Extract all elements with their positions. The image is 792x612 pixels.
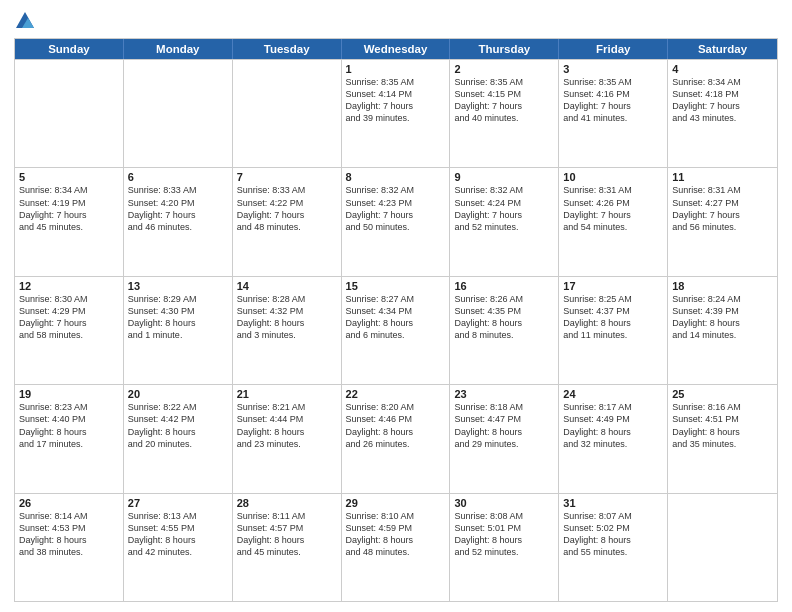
day-cell-4: 4Sunrise: 8:34 AM Sunset: 4:18 PM Daylig… bbox=[668, 60, 777, 167]
day-info: Sunrise: 8:08 AM Sunset: 5:01 PM Dayligh… bbox=[454, 510, 554, 559]
week-row-2: 5Sunrise: 8:34 AM Sunset: 4:19 PM Daylig… bbox=[15, 167, 777, 275]
empty-cell-0-1 bbox=[124, 60, 233, 167]
day-cell-5: 5Sunrise: 8:34 AM Sunset: 4:19 PM Daylig… bbox=[15, 168, 124, 275]
day-number: 14 bbox=[237, 280, 337, 292]
day-cell-3: 3Sunrise: 8:35 AM Sunset: 4:16 PM Daylig… bbox=[559, 60, 668, 167]
calendar: SundayMondayTuesdayWednesdayThursdayFrid… bbox=[14, 38, 778, 602]
day-number: 26 bbox=[19, 497, 119, 509]
day-info: Sunrise: 8:26 AM Sunset: 4:35 PM Dayligh… bbox=[454, 293, 554, 342]
day-number: 22 bbox=[346, 388, 446, 400]
day-cell-6: 6Sunrise: 8:33 AM Sunset: 4:20 PM Daylig… bbox=[124, 168, 233, 275]
day-info: Sunrise: 8:29 AM Sunset: 4:30 PM Dayligh… bbox=[128, 293, 228, 342]
header-day-saturday: Saturday bbox=[668, 39, 777, 59]
header-day-tuesday: Tuesday bbox=[233, 39, 342, 59]
day-cell-1: 1Sunrise: 8:35 AM Sunset: 4:14 PM Daylig… bbox=[342, 60, 451, 167]
day-info: Sunrise: 8:34 AM Sunset: 4:18 PM Dayligh… bbox=[672, 76, 773, 125]
day-cell-25: 25Sunrise: 8:16 AM Sunset: 4:51 PM Dayli… bbox=[668, 385, 777, 492]
day-cell-31: 31Sunrise: 8:07 AM Sunset: 5:02 PM Dayli… bbox=[559, 494, 668, 601]
day-number: 3 bbox=[563, 63, 663, 75]
day-info: Sunrise: 8:11 AM Sunset: 4:57 PM Dayligh… bbox=[237, 510, 337, 559]
day-cell-10: 10Sunrise: 8:31 AM Sunset: 4:26 PM Dayli… bbox=[559, 168, 668, 275]
empty-cell-4-6 bbox=[668, 494, 777, 601]
day-info: Sunrise: 8:32 AM Sunset: 4:24 PM Dayligh… bbox=[454, 184, 554, 233]
day-cell-20: 20Sunrise: 8:22 AM Sunset: 4:42 PM Dayli… bbox=[124, 385, 233, 492]
day-info: Sunrise: 8:27 AM Sunset: 4:34 PM Dayligh… bbox=[346, 293, 446, 342]
day-cell-30: 30Sunrise: 8:08 AM Sunset: 5:01 PM Dayli… bbox=[450, 494, 559, 601]
day-cell-13: 13Sunrise: 8:29 AM Sunset: 4:30 PM Dayli… bbox=[124, 277, 233, 384]
week-row-4: 19Sunrise: 8:23 AM Sunset: 4:40 PM Dayli… bbox=[15, 384, 777, 492]
day-info: Sunrise: 8:33 AM Sunset: 4:22 PM Dayligh… bbox=[237, 184, 337, 233]
header-day-thursday: Thursday bbox=[450, 39, 559, 59]
header bbox=[14, 10, 778, 32]
day-info: Sunrise: 8:18 AM Sunset: 4:47 PM Dayligh… bbox=[454, 401, 554, 450]
logo-icon bbox=[14, 10, 36, 32]
day-number: 25 bbox=[672, 388, 773, 400]
day-number: 8 bbox=[346, 171, 446, 183]
header-day-friday: Friday bbox=[559, 39, 668, 59]
calendar-header: SundayMondayTuesdayWednesdayThursdayFrid… bbox=[15, 39, 777, 59]
day-info: Sunrise: 8:34 AM Sunset: 4:19 PM Dayligh… bbox=[19, 184, 119, 233]
day-number: 1 bbox=[346, 63, 446, 75]
day-number: 9 bbox=[454, 171, 554, 183]
calendar-body: 1Sunrise: 8:35 AM Sunset: 4:14 PM Daylig… bbox=[15, 59, 777, 601]
day-info: Sunrise: 8:20 AM Sunset: 4:46 PM Dayligh… bbox=[346, 401, 446, 450]
day-info: Sunrise: 8:35 AM Sunset: 4:15 PM Dayligh… bbox=[454, 76, 554, 125]
day-cell-24: 24Sunrise: 8:17 AM Sunset: 4:49 PM Dayli… bbox=[559, 385, 668, 492]
day-cell-14: 14Sunrise: 8:28 AM Sunset: 4:32 PM Dayli… bbox=[233, 277, 342, 384]
day-info: Sunrise: 8:22 AM Sunset: 4:42 PM Dayligh… bbox=[128, 401, 228, 450]
day-number: 15 bbox=[346, 280, 446, 292]
day-number: 16 bbox=[454, 280, 554, 292]
day-number: 11 bbox=[672, 171, 773, 183]
day-cell-19: 19Sunrise: 8:23 AM Sunset: 4:40 PM Dayli… bbox=[15, 385, 124, 492]
day-cell-12: 12Sunrise: 8:30 AM Sunset: 4:29 PM Dayli… bbox=[15, 277, 124, 384]
day-info: Sunrise: 8:16 AM Sunset: 4:51 PM Dayligh… bbox=[672, 401, 773, 450]
day-cell-18: 18Sunrise: 8:24 AM Sunset: 4:39 PM Dayli… bbox=[668, 277, 777, 384]
day-number: 17 bbox=[563, 280, 663, 292]
day-info: Sunrise: 8:07 AM Sunset: 5:02 PM Dayligh… bbox=[563, 510, 663, 559]
day-info: Sunrise: 8:31 AM Sunset: 4:26 PM Dayligh… bbox=[563, 184, 663, 233]
day-cell-2: 2Sunrise: 8:35 AM Sunset: 4:15 PM Daylig… bbox=[450, 60, 559, 167]
day-number: 30 bbox=[454, 497, 554, 509]
day-number: 2 bbox=[454, 63, 554, 75]
week-row-5: 26Sunrise: 8:14 AM Sunset: 4:53 PM Dayli… bbox=[15, 493, 777, 601]
day-info: Sunrise: 8:13 AM Sunset: 4:55 PM Dayligh… bbox=[128, 510, 228, 559]
day-info: Sunrise: 8:17 AM Sunset: 4:49 PM Dayligh… bbox=[563, 401, 663, 450]
header-day-monday: Monday bbox=[124, 39, 233, 59]
empty-cell-0-0 bbox=[15, 60, 124, 167]
day-info: Sunrise: 8:21 AM Sunset: 4:44 PM Dayligh… bbox=[237, 401, 337, 450]
day-cell-21: 21Sunrise: 8:21 AM Sunset: 4:44 PM Dayli… bbox=[233, 385, 342, 492]
day-number: 24 bbox=[563, 388, 663, 400]
day-number: 7 bbox=[237, 171, 337, 183]
day-number: 28 bbox=[237, 497, 337, 509]
day-number: 13 bbox=[128, 280, 228, 292]
day-cell-11: 11Sunrise: 8:31 AM Sunset: 4:27 PM Dayli… bbox=[668, 168, 777, 275]
day-info: Sunrise: 8:14 AM Sunset: 4:53 PM Dayligh… bbox=[19, 510, 119, 559]
day-cell-27: 27Sunrise: 8:13 AM Sunset: 4:55 PM Dayli… bbox=[124, 494, 233, 601]
day-number: 19 bbox=[19, 388, 119, 400]
day-cell-7: 7Sunrise: 8:33 AM Sunset: 4:22 PM Daylig… bbox=[233, 168, 342, 275]
day-number: 5 bbox=[19, 171, 119, 183]
header-day-wednesday: Wednesday bbox=[342, 39, 451, 59]
day-cell-29: 29Sunrise: 8:10 AM Sunset: 4:59 PM Dayli… bbox=[342, 494, 451, 601]
page: SundayMondayTuesdayWednesdayThursdayFrid… bbox=[0, 0, 792, 612]
day-cell-23: 23Sunrise: 8:18 AM Sunset: 4:47 PM Dayli… bbox=[450, 385, 559, 492]
day-number: 27 bbox=[128, 497, 228, 509]
day-number: 21 bbox=[237, 388, 337, 400]
day-number: 10 bbox=[563, 171, 663, 183]
day-number: 23 bbox=[454, 388, 554, 400]
day-info: Sunrise: 8:33 AM Sunset: 4:20 PM Dayligh… bbox=[128, 184, 228, 233]
day-cell-9: 9Sunrise: 8:32 AM Sunset: 4:24 PM Daylig… bbox=[450, 168, 559, 275]
day-number: 29 bbox=[346, 497, 446, 509]
day-cell-28: 28Sunrise: 8:11 AM Sunset: 4:57 PM Dayli… bbox=[233, 494, 342, 601]
day-info: Sunrise: 8:31 AM Sunset: 4:27 PM Dayligh… bbox=[672, 184, 773, 233]
empty-cell-0-2 bbox=[233, 60, 342, 167]
day-number: 18 bbox=[672, 280, 773, 292]
day-cell-15: 15Sunrise: 8:27 AM Sunset: 4:34 PM Dayli… bbox=[342, 277, 451, 384]
day-info: Sunrise: 8:23 AM Sunset: 4:40 PM Dayligh… bbox=[19, 401, 119, 450]
day-number: 12 bbox=[19, 280, 119, 292]
day-number: 4 bbox=[672, 63, 773, 75]
logo bbox=[14, 14, 40, 32]
day-info: Sunrise: 8:32 AM Sunset: 4:23 PM Dayligh… bbox=[346, 184, 446, 233]
day-info: Sunrise: 8:35 AM Sunset: 4:14 PM Dayligh… bbox=[346, 76, 446, 125]
day-cell-16: 16Sunrise: 8:26 AM Sunset: 4:35 PM Dayli… bbox=[450, 277, 559, 384]
